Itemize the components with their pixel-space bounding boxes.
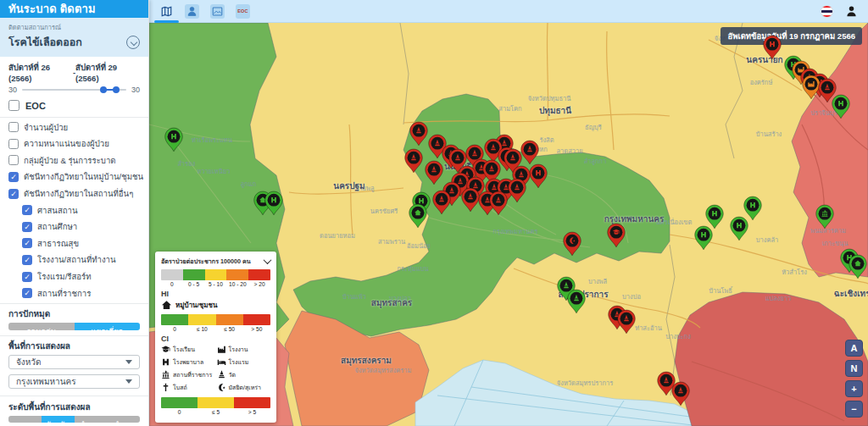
- layers-button[interactable]: A: [845, 340, 863, 357]
- thai-flag-icon[interactable]: [821, 5, 833, 18]
- filter-checkbox-row[interactable]: จำนวนผู้ป่วย: [0, 119, 148, 136]
- disease-selector[interactable]: ติดตามสถานการณ์ โรคไข้เลือดออก: [0, 18, 148, 57]
- checkbox[interactable]: ✓: [22, 222, 32, 232]
- legend-color-scale: [161, 314, 270, 325]
- checkbox[interactable]: ✓: [22, 205, 32, 215]
- legend-ci-item: วัด: [217, 370, 271, 379]
- tab-user-report[interactable]: [185, 4, 199, 19]
- filter-checkbox-row[interactable]: ✓ศาสนสถาน: [0, 202, 148, 219]
- marker-temple[interactable]: [508, 178, 526, 203]
- marker-temple[interactable]: [425, 160, 443, 185]
- marker-crescent[interactable]: [563, 231, 581, 257]
- filter-checkbox-row[interactable]: ✓ดัชนีทางกีฏวิทยาในหมู่บ้าน/ชุมชน: [0, 169, 148, 185]
- checkbox[interactable]: [8, 139, 19, 149]
- zoom-out-button[interactable]: −: [845, 401, 863, 418]
- marker-hospital[interactable]: [694, 225, 713, 251]
- display-level-option[interactable]: ตำบล: [107, 416, 140, 423]
- pin-mode-option[interactable]: รวมกลุ่ม: [8, 323, 75, 329]
- marker-temple[interactable]: [461, 187, 480, 213]
- tab-map-report[interactable]: [210, 4, 225, 19]
- marker-temple[interactable]: [409, 121, 428, 147]
- legend-panel: อัตราป่วยต่อประชากร 100000 คน 00 - 55 - …: [155, 252, 276, 423]
- disease-value: โรคไข้เลือดออก: [8, 34, 82, 51]
- slider-handle-right[interactable]: [113, 86, 120, 93]
- marker-house[interactable]: [409, 203, 427, 229]
- app-title: ทันระบาด ติดตาม: [0, 0, 148, 18]
- area-type-select[interactable]: จังหวัด: [8, 355, 140, 369]
- slider-min-label: 30: [8, 86, 17, 94]
- checkbox[interactable]: ✓: [22, 272, 32, 282]
- marker-house[interactable]: [849, 254, 867, 279]
- checkbox[interactable]: ✓: [22, 255, 32, 265]
- marker-hospital[interactable]: [730, 216, 748, 241]
- marker-temple[interactable]: [567, 289, 586, 314]
- hospital-icon: [161, 357, 170, 367]
- filter-checkbox-row[interactable]: ✓โรงงาน/สถานที่ทำงาน: [0, 252, 148, 268]
- legend-ci-label: โรงเรียน: [173, 345, 195, 354]
- marker-hospital[interactable]: [164, 127, 183, 152]
- chevron-down-icon[interactable]: [126, 36, 140, 49]
- filter-checkbox-row[interactable]: ✓สถานศึกษา: [0, 219, 148, 235]
- legend-scale-labels: 0≤ 10≤ 50> 50: [161, 326, 270, 332]
- display-level-option[interactable]: อำเภอ: [75, 416, 108, 423]
- pin-mode-toggle: รวมกลุ่มแยกเดี่ยว: [8, 323, 140, 329]
- filter-checkbox-row[interactable]: ✓สาธารณสุข: [0, 235, 148, 252]
- filter-label: สถานที่ราชการ: [37, 287, 91, 300]
- checkbox[interactable]: ✓: [22, 238, 32, 248]
- checkbox[interactable]: ✓: [8, 172, 19, 182]
- marker-temple[interactable]: [404, 148, 423, 174]
- marker-temple[interactable]: [520, 140, 539, 165]
- filter-checkbox-row[interactable]: ✓ดัชนีทางกีฏวิทยาในสถานที่อื่นๆ: [0, 185, 148, 202]
- tab-eoc[interactable]: EOC: [236, 4, 250, 19]
- checkbox[interactable]: [8, 122, 19, 132]
- filter-checkbox-row[interactable]: ✓สถานที่ราชการ: [0, 285, 148, 302]
- slider-max-label: 30: [131, 86, 140, 94]
- marker-temple[interactable]: [489, 191, 508, 216]
- marker-hospital[interactable]: [529, 163, 548, 189]
- map-canvas[interactable]: จังหวัดปทุมธานีสามโคกรังสิตธัญบุรีลาดสวา…: [149, 23, 868, 426]
- filter-label: โรงงาน/สถานที่ทำงาน: [37, 253, 116, 266]
- church-icon: [161, 383, 170, 392]
- eoc-checkbox-row[interactable]: EOC: [0, 97, 148, 115]
- school-icon: [161, 345, 170, 354]
- week-range-slider[interactable]: 30 30: [0, 84, 148, 97]
- situation-label: ติดตามสถานการณ์: [8, 22, 140, 32]
- marker-hospital[interactable]: [832, 94, 850, 119]
- slider-handle-left[interactable]: [100, 86, 107, 93]
- hotel-icon: [217, 357, 226, 367]
- sidebar: ทันระบาด ติดตาม ติดตามสถานการณ์ โรคไข้เล…: [0, 0, 149, 426]
- legend-ci-item: โรงพยาบาล: [161, 357, 215, 367]
- north-button[interactable]: N: [845, 360, 863, 377]
- collapse-chevron-icon[interactable]: [264, 256, 272, 264]
- marker-hospital[interactable]: [264, 191, 283, 216]
- main-panel: EOC: [149, 0, 868, 426]
- display-level-option[interactable]: เขต: [8, 416, 42, 423]
- area-value-select[interactable]: กรุงเทพมหานคร: [8, 374, 140, 389]
- marker-temple[interactable]: [671, 381, 690, 407]
- legend-hi-item: หมู่บ้าน/ชุมชน: [161, 300, 270, 311]
- slider-track[interactable]: [22, 89, 126, 91]
- legend-ci-label: โรงงาน: [229, 345, 248, 354]
- checkbox[interactable]: ✓: [8, 189, 19, 199]
- checkbox[interactable]: ✓: [22, 288, 32, 298]
- tab-map[interactable]: [159, 4, 174, 19]
- marker-temple[interactable]: [617, 309, 636, 335]
- pin-mode-option[interactable]: แยกเดี่ยว: [75, 323, 141, 329]
- marker-temple[interactable]: [432, 190, 451, 215]
- legend-color-scale: [161, 397, 270, 408]
- filter-checkbox-row[interactable]: กลุ่มผู้ป่วย & รุ่นการระบาด: [0, 152, 148, 169]
- legend-ci-items: โรงเรียนโรงงานโรงพยาบาลโรงแรมสถานที่ราชก…: [161, 345, 270, 392]
- eoc-checkbox[interactable]: [8, 100, 19, 111]
- legend-hi-item-label: หมู่บ้าน/ชุมชน: [175, 300, 217, 311]
- zoom-in-button[interactable]: +: [845, 380, 863, 397]
- filter-checkbox-row[interactable]: ✓โรงแรม/รีสอร์ท: [0, 268, 148, 285]
- display-level-option[interactable]: จังหวัด: [42, 416, 75, 423]
- marker-government[interactable]: [815, 204, 834, 230]
- legend-ci-item: โรงเรียน: [161, 345, 215, 354]
- marker-school[interactable]: [607, 223, 626, 248]
- checkbox[interactable]: [8, 155, 19, 165]
- user-icon[interactable]: [845, 5, 858, 18]
- filter-label: ดัชนีทางกีฏวิทยาในหมู่บ้าน/ชุมชน: [24, 170, 143, 183]
- filter-checkbox-row[interactable]: ความหนาแน่นของผู้ป่วย: [0, 136, 148, 152]
- marker-hospital[interactable]: [763, 35, 782, 60]
